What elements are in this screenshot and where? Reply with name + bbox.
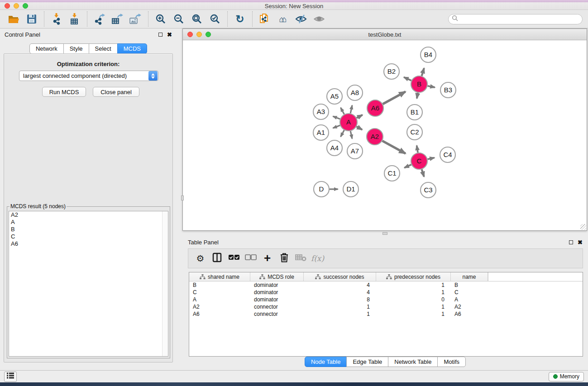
criterion-dropdown[interactable]: largest connected component (directed) [19,71,158,81]
node-C[interactable]: C [411,153,427,169]
resize-grip-icon[interactable] [580,224,586,230]
node-D[interactable]: D [314,181,329,197]
float-panel-icon[interactable] [158,33,163,37]
search-input[interactable] [459,15,582,23]
table-row[interactable]: Cdominator41C [189,289,583,296]
toolbar-search[interactable] [448,14,583,24]
memory-button[interactable]: Memory [549,372,584,381]
node-A8[interactable]: A8 [347,85,363,100]
node-A4[interactable]: A4 [327,140,342,156]
doc-share-button[interactable] [256,12,274,26]
mcds-result-item[interactable]: A2 [9,211,168,219]
edge-C-C1[interactable] [404,165,411,168]
open-folder-button[interactable] [5,12,23,26]
edge-A-A8[interactable] [350,105,352,114]
node-B[interactable]: B [411,76,427,92]
node-A5[interactable]: A5 [327,89,342,104]
tab-select[interactable]: Select [89,43,118,54]
show-eye-button[interactable] [310,12,328,26]
tab-network[interactable]: Network [29,43,64,54]
trash-button[interactable] [276,250,292,267]
node-B4[interactable]: B4 [421,47,436,62]
table-row[interactable]: Bdominator41B [189,281,583,289]
close-panel-button[interactable]: Close panel [93,87,139,97]
deselect-all-button[interactable] [242,250,259,267]
splitter-grip[interactable] [181,195,184,200]
node-A6[interactable]: A6 [367,100,383,116]
home-pair-button[interactable]: ⌂⌂ [274,12,292,26]
tab-network-table[interactable]: Network Table [388,357,438,367]
edge-A-A3[interactable] [333,116,340,119]
edge-A-A6[interactable] [357,115,363,118]
zoom-fit-button[interactable] [188,12,206,26]
column-header-successor-nodes[interactable]: successor nodes [304,272,376,281]
tab-mcds[interactable]: MCDS [117,43,147,54]
zoom-in-button[interactable] [152,12,170,26]
node-A3[interactable]: A3 [313,104,329,119]
import-network-button[interactable] [48,12,66,26]
mcds-result-item[interactable]: C [9,233,168,240]
node-C2[interactable]: C2 [407,124,422,140]
node-C4[interactable]: C4 [440,147,455,162]
mcds-result-item[interactable]: A6 [9,240,168,248]
mcds-result-item[interactable]: A [9,219,168,226]
close-panel-icon[interactable]: ✖ [578,239,583,245]
zoom-selected-button[interactable] [206,12,224,26]
edge-B-B2[interactable] [404,77,411,81]
refresh-button[interactable]: ↻ [231,12,249,26]
zoom-out-button[interactable] [170,12,188,26]
node-B2[interactable]: B2 [384,64,399,79]
add-button[interactable]: + [259,250,276,267]
node-B1[interactable]: B1 [407,105,422,120]
close-panel-icon[interactable]: ✖ [167,32,172,38]
edge-A2-C[interactable] [382,141,406,153]
edge-B-B4[interactable] [422,68,424,76]
edge-A-A7[interactable] [350,131,352,139]
network-canvas[interactable]: B4B2BB3A5A8A6A3B1AA1C2A2A4A7C4CC1DD1C3 [183,40,587,230]
edge-B-B3[interactable] [428,86,435,87]
tab-style[interactable]: Style [63,43,89,54]
export-table-button[interactable] [109,12,127,26]
mcds-result-item[interactable]: B [9,226,168,233]
node-B3[interactable]: B3 [440,82,456,98]
column-header-predecessor-nodes[interactable]: predecessor nodes [376,272,451,281]
import-table-button[interactable] [66,12,84,26]
table-row[interactable]: A6connector11A6 [189,310,583,318]
edge-C-C4[interactable] [428,157,435,159]
edge-A-A1[interactable] [333,125,340,128]
mcds-result-list[interactable]: A2ABCA6 [9,211,168,357]
table-row[interactable]: A2connector11A2 [189,303,583,310]
node-A2[interactable]: A2 [367,129,383,145]
network-window-titlebar[interactable]: testGlobe.txt [183,29,587,40]
edge-C-C2[interactable] [417,146,418,153]
column-header-shared-name[interactable]: shared name [189,272,250,281]
hide-eye-button[interactable] [292,12,310,26]
edge-A6-B[interactable] [383,92,406,104]
node-C3[interactable]: C3 [421,182,436,198]
columns-button[interactable] [209,250,225,267]
float-panel-icon[interactable] [569,240,573,244]
node-A7[interactable]: A7 [347,143,363,159]
node-A1[interactable]: A1 [313,125,329,140]
run-mcds-button[interactable]: Run MCDS [42,87,86,97]
node-C1[interactable]: C1 [384,166,400,181]
table-row[interactable]: Adominator80A [189,296,583,303]
edge-A-A2[interactable] [357,127,363,130]
splitter-grip[interactable] [382,232,387,235]
tab-edge-table[interactable]: Edge Table [346,357,388,367]
gear-button[interactable]: ⚙ [192,250,209,267]
column-header-name[interactable]: name [451,272,488,281]
tab-node-table[interactable]: Node Table [305,357,347,367]
select-all-button[interactable] [225,250,242,267]
node-A[interactable]: A [340,114,357,131]
edge-B-B1[interactable] [417,93,418,99]
edge-A-A5[interactable] [341,108,344,114]
edge-A-A4[interactable] [341,130,344,137]
task-history-button[interactable] [4,372,17,382]
save-button[interactable] [23,12,41,26]
column-header-MCDS-role[interactable]: MCDS role [250,272,304,281]
mcds-list-scrollbar[interactable] [162,211,168,356]
export-image-button[interactable] [127,12,145,26]
node-D1[interactable]: D1 [343,181,359,197]
tab-motifs[interactable]: Motifs [437,357,466,367]
